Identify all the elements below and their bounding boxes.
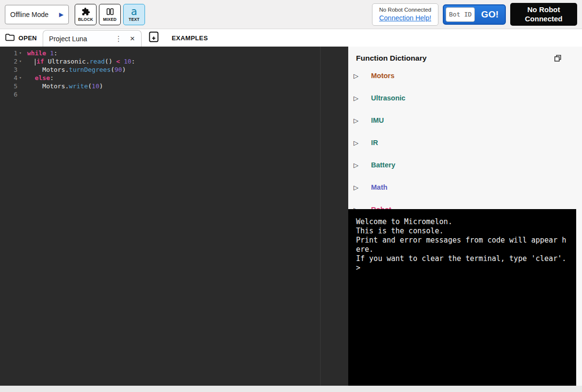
right-panel: Function Dictionary ▷Motors▷Ultrasonic▷I… — [348, 47, 582, 386]
connection-status-box: No Robot Connected Connection Help! — [372, 3, 438, 26]
bot-id-input[interactable] — [446, 7, 475, 22]
console-line: Print and error messages from code will … — [356, 236, 567, 254]
expand-arrow-icon[interactable]: ▷ — [354, 184, 371, 191]
connection-mode-label: Offline Mode — [10, 11, 48, 18]
dict-item-robot[interactable]: ▷Robot — [348, 198, 582, 209]
gutter-line[interactable]: 5 — [0, 82, 23, 90]
dict-item-label: Motors — [371, 72, 394, 80]
code-token — [27, 82, 42, 90]
code-token: : — [50, 74, 54, 82]
console-line: Welcome to Micromelon. — [356, 217, 567, 227]
dict-item-label: IR — [371, 139, 378, 147]
bot-id-group: GO! — [443, 4, 506, 25]
code-line[interactable]: else: — [27, 74, 348, 82]
code-token — [46, 49, 50, 57]
dict-item-label: Ultrasonic — [371, 94, 405, 102]
line-number: 5 — [0, 82, 17, 90]
code-token: else — [35, 74, 50, 82]
console-line: If you want to clear the terminal, type … — [356, 254, 567, 263]
editor-code[interactable]: while 1: if Ultrasonic.read() < 10: Moto… — [23, 49, 348, 386]
gutter-line[interactable]: 4▾ — [0, 74, 23, 82]
dict-item-ultrasonic[interactable]: ▷Ultrasonic — [348, 87, 582, 109]
dict-item-math[interactable]: ▷Math — [348, 176, 582, 198]
code-token: 10 — [124, 58, 131, 65]
tabbar: OPEN Project Luna ⋮ × EXAMPLES — [0, 29, 582, 47]
code-token — [27, 74, 35, 82]
tab-project-luna[interactable]: Project Luna ⋮ × — [43, 30, 142, 47]
code-token: . — [86, 58, 90, 65]
connection-help-link[interactable]: Connection Help! — [379, 14, 431, 22]
code-token: : — [54, 49, 58, 57]
code-token — [27, 58, 35, 65]
console-output: Welcome to Micromelon.This is the consol… — [356, 217, 567, 273]
expand-arrow-icon[interactable]: ▷ — [354, 95, 371, 102]
fold-marker-icon[interactable]: ▾ — [17, 49, 23, 57]
console-line: > — [356, 263, 567, 273]
code-line[interactable]: Motors.write(10) — [27, 82, 348, 90]
code-token: ) — [122, 66, 126, 73]
console[interactable]: Welcome to Micromelon.This is the consol… — [348, 209, 576, 386]
fold-marker-icon[interactable]: ▾ — [17, 57, 23, 65]
block-mode-label: BLOCK — [78, 17, 93, 22]
examples-button[interactable]: EXAMPLES — [172, 34, 208, 42]
expand-arrow-icon[interactable]: ▷ — [354, 72, 371, 80]
code-token: Ultrasonic — [48, 58, 86, 65]
connection-mode-select[interactable]: Offline Mode ▶ — [5, 5, 69, 24]
expand-arrow-icon[interactable]: ▷ — [354, 162, 371, 169]
dict-item-imu[interactable]: ▷IMU — [348, 109, 582, 131]
gutter-line[interactable]: 6 — [0, 90, 23, 98]
dict-item-label: IMU — [371, 116, 384, 124]
text-mode-button[interactable]: a TEXT — [123, 4, 145, 25]
gutter-line[interactable]: 3 — [0, 65, 23, 74]
code-token — [27, 66, 42, 73]
gutter-line[interactable]: 2▾ — [0, 57, 23, 65]
code-line[interactable] — [27, 90, 348, 98]
file-plus-icon — [147, 31, 160, 45]
dict-item-battery[interactable]: ▷Battery — [348, 154, 582, 176]
code-line[interactable]: if Ultrasonic.read() < 10: — [27, 57, 348, 65]
code-token — [44, 58, 48, 65]
dict-item-motors[interactable]: ▷Motors — [348, 65, 582, 87]
function-dictionary-header: Function Dictionary — [348, 47, 582, 65]
close-icon[interactable]: × — [126, 34, 139, 44]
main-area: 1▾2▾34▾56 while 1: if Ultrasonic.read() … — [0, 47, 582, 386]
line-number: 6 — [0, 90, 17, 98]
code-editor[interactable]: 1▾2▾34▾56 while 1: if Ultrasonic.read() … — [0, 47, 348, 386]
go-button[interactable]: GO! — [475, 5, 505, 24]
code-token: if — [36, 58, 44, 65]
code-line[interactable]: Motors.turnDegrees(90) — [27, 65, 348, 74]
code-token: 10 — [92, 82, 99, 90]
code-token: ) — [99, 82, 103, 90]
connection-status-text: No Robot Connected — [379, 7, 431, 13]
mixed-mode-button[interactable]: MIXED — [99, 4, 121, 25]
code-line[interactable]: while 1: — [27, 49, 348, 57]
text-cursor — [35, 59, 36, 65]
new-file-button[interactable] — [147, 31, 160, 45]
code-token: : — [131, 58, 135, 65]
code-token: . — [65, 66, 69, 73]
tab-title: Project Luna — [49, 35, 112, 43]
dict-item-label: Battery — [371, 161, 395, 169]
line-number: 2 — [0, 57, 17, 65]
expand-arrow-icon[interactable]: ▷ — [354, 139, 371, 147]
code-token: ( — [111, 66, 114, 73]
play-arrow-icon[interactable]: ▶ — [59, 11, 64, 18]
dict-item-label: Robot — [371, 206, 391, 209]
editor-mode-buttons: BLOCK MIXED a TEXT — [75, 4, 145, 25]
open-button[interactable]: OPEN — [5, 33, 37, 43]
popout-window-icon[interactable] — [554, 54, 562, 62]
gutter-line[interactable]: 1▾ — [0, 49, 23, 57]
dict-item-ir[interactable]: ▷IR — [348, 131, 582, 154]
block-mode-button[interactable]: BLOCK — [75, 4, 97, 25]
folder-icon — [5, 33, 15, 43]
line-number: 1 — [0, 49, 17, 57]
code-token: 90 — [114, 66, 122, 73]
kebab-menu-icon[interactable]: ⋮ — [112, 34, 126, 43]
code-token: Motors — [42, 82, 65, 90]
line-number: 4 — [0, 74, 17, 82]
expand-arrow-icon[interactable]: ▷ — [354, 117, 371, 124]
letter-a-icon: a — [131, 7, 137, 16]
line-number: 3 — [0, 65, 17, 74]
fold-marker-icon[interactable]: ▾ — [17, 74, 23, 82]
code-token: () — [105, 58, 116, 65]
